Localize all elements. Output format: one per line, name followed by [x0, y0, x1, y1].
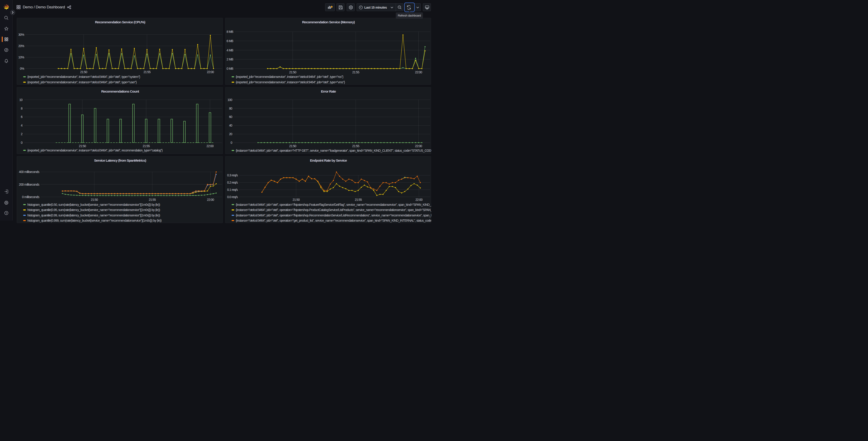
svg-text:21:50: 21:50 — [289, 144, 297, 148]
svg-text:10%: 10% — [18, 56, 24, 59]
svg-text:{exported_job="recommendations: {exported_job="recommendationservice", i… — [27, 80, 137, 84]
svg-text:21:50: 21:50 — [289, 70, 297, 74]
svg-text:40: 40 — [229, 124, 232, 127]
svg-text:0: 0 — [230, 141, 232, 144]
svg-text:{exported_job="recommendations: {exported_job="recommendationservice", i… — [236, 75, 343, 79]
svg-text:21:50: 21:50 — [292, 198, 300, 202]
svg-text:22:00: 22:00 — [207, 198, 214, 202]
svg-text:22:00: 22:00 — [207, 70, 214, 74]
svg-text:6: 6 — [21, 115, 23, 119]
svg-text:Recommendations Count: Recommendations Count — [101, 89, 139, 93]
svg-text:22:00: 22:00 — [415, 70, 422, 74]
svg-text:{exported_job="recommendations: {exported_job="recommendationservice", i… — [236, 80, 345, 84]
svg-text:22:00: 22:00 — [415, 144, 422, 148]
svg-text:21:55: 21:55 — [352, 70, 359, 74]
svg-text:60: 60 — [229, 115, 232, 119]
svg-text:histogram_quantile(0.50, sum(r: histogram_quantile(0.50, sum(rate(latenc… — [27, 203, 160, 206]
svg-text:Endpoint Rate by Service: Endpoint Rate by Service — [310, 158, 347, 162]
svg-text:6 MB: 6 MB — [226, 39, 233, 43]
svg-text:{instance="otelcol:9464", job=: {instance="otelcol:9464", job="otel", op… — [236, 203, 432, 206]
svg-text:21:55: 21:55 — [352, 144, 359, 148]
svg-text:Recommendation Service (CPU%): Recommendation Service (CPU%) — [95, 20, 145, 24]
svg-text:21:50: 21:50 — [80, 70, 87, 74]
svg-text:{instance="otelcol:9464", job=: {instance="otelcol:9464", job="otel", op… — [236, 208, 432, 212]
svg-text:100: 100 — [227, 98, 232, 101]
svg-text:20: 20 — [229, 132, 232, 136]
svg-text:histogram_quantile(0.999, sum(: histogram_quantile(0.999, sum(rate(laten… — [27, 219, 161, 220]
svg-text:{exported_job="recommendations: {exported_job="recommendationservice", i… — [27, 75, 140, 79]
svg-text:21:55: 21:55 — [143, 144, 150, 148]
svg-text:?: ? — [5, 212, 7, 215]
svg-text:0.3 req/s: 0.3 req/s — [227, 173, 238, 177]
svg-text:21:55: 21:55 — [149, 198, 156, 202]
svg-text:histogram_quantile(0.95, sum(r: histogram_quantile(0.95, sum(rate(latenc… — [27, 208, 160, 212]
svg-text:histogram_quantile(0.99, sum(r: histogram_quantile(0.99, sum(rate(latenc… — [27, 213, 160, 217]
svg-text:Recommendation Service (Memory: Recommendation Service (Memory) — [302, 20, 354, 24]
svg-text:21:55: 21:55 — [144, 70, 151, 74]
svg-text:Service Latency (from SpanMetr: Service Latency (from SpanMetrics) — [94, 158, 146, 162]
svg-text:Last 15 minutes: Last 15 minutes — [364, 6, 387, 9]
svg-text:4 MB: 4 MB — [226, 49, 233, 52]
svg-text:0%: 0% — [20, 67, 24, 70]
svg-text:Error Rate: Error Rate — [321, 89, 336, 93]
svg-text:10: 10 — [19, 98, 23, 101]
svg-text:30%: 30% — [18, 33, 24, 36]
svg-text:21:55: 21:55 — [354, 198, 362, 202]
svg-text:{instance="otelcol:9464", job=: {instance="otelcol:9464", job="otel", op… — [236, 219, 432, 220]
svg-text:21:50: 21:50 — [91, 198, 98, 202]
svg-text:21:50: 21:50 — [79, 144, 86, 148]
svg-text:{instance="otelcol:9464", job=: {instance="otelcol:9464", job="otel", op… — [236, 213, 432, 217]
svg-text:8 MB: 8 MB — [226, 30, 233, 33]
svg-text:0.0 req/s: 0.0 req/s — [227, 195, 238, 199]
svg-text:8: 8 — [21, 107, 23, 110]
svg-text:20%: 20% — [18, 44, 24, 48]
svg-text:0: 0 — [21, 141, 23, 144]
svg-text:2: 2 — [21, 132, 23, 136]
svg-text:2 MB: 2 MB — [226, 58, 233, 61]
svg-text:4: 4 — [21, 124, 23, 127]
svg-text:200 milliseconds: 200 milliseconds — [19, 183, 39, 186]
svg-text:{instance="otelcol:9464", job=: {instance="otelcol:9464", job="otel", op… — [236, 148, 432, 152]
svg-text:{exported_job="recommendations: {exported_job="recommendationservice", i… — [27, 148, 163, 152]
svg-text:0 MB: 0 MB — [226, 67, 233, 70]
svg-text:0.1 req/s: 0.1 req/s — [227, 188, 238, 192]
svg-text:400 milliseconds: 400 milliseconds — [19, 170, 39, 174]
svg-text:0 milliseconds: 0 milliseconds — [22, 195, 39, 199]
svg-text:80: 80 — [229, 107, 232, 110]
svg-text:22:00: 22:00 — [207, 144, 214, 148]
svg-text:22:00: 22:00 — [415, 198, 423, 202]
svg-text:0.2 req/s: 0.2 req/s — [227, 181, 238, 184]
